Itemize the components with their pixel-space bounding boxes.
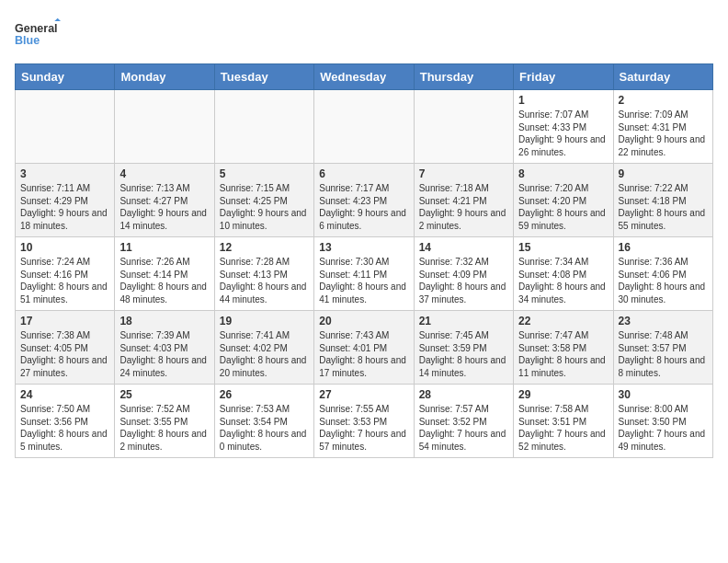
cell-info: Sunrise: 7:39 AM Sunset: 4:03 PM Dayligh… [119,329,209,379]
cell-info: Sunrise: 7:11 AM Sunset: 4:29 PM Dayligh… [20,182,109,232]
calendar-table: SundayMondayTuesdayWednesdayThursdayFrid… [15,63,713,458]
day-number: 23 [619,315,708,327]
cell-info: Sunrise: 7:45 AM Sunset: 3:59 PM Dayligh… [419,329,508,379]
day-header-tuesday: Tuesday [214,64,313,90]
cell-info: Sunrise: 7:09 AM Sunset: 4:31 PM Dayligh… [619,109,708,158]
logo-svg: General Blue [15,15,61,56]
calendar-cell: 1Sunrise: 7:07 AM Sunset: 4:33 PM Daylig… [514,90,613,164]
day-number: 21 [419,315,508,327]
day-number: 18 [119,315,209,327]
cell-info: Sunrise: 7:47 AM Sunset: 3:58 PM Dayligh… [518,329,608,379]
calendar-cell: 3Sunrise: 7:11 AM Sunset: 4:29 PM Daylig… [16,164,115,237]
cell-info: Sunrise: 7:22 AM Sunset: 4:18 PM Dayligh… [619,182,708,232]
calendar-cell: 13Sunrise: 7:30 AM Sunset: 4:11 PM Dayli… [314,237,414,311]
cell-info: Sunrise: 7:55 AM Sunset: 3:53 PM Dayligh… [319,403,408,453]
day-number: 19 [220,315,309,327]
calendar-cell: 2Sunrise: 7:09 AM Sunset: 4:31 PM Daylig… [613,90,712,164]
day-number: 12 [220,241,309,254]
day-number: 27 [319,388,408,401]
calendar-cell [414,90,513,164]
cell-info: Sunrise: 7:28 AM Sunset: 4:13 PM Dayligh… [220,256,309,305]
calendar-cell: 21Sunrise: 7:45 AM Sunset: 3:59 PM Dayli… [414,311,513,385]
cell-info: Sunrise: 7:41 AM Sunset: 4:02 PM Dayligh… [220,329,309,379]
day-number: 17 [20,315,109,327]
day-number: 1 [518,94,608,107]
day-header-thursday: Thursday [414,64,513,90]
calendar-cell: 17Sunrise: 7:38 AM Sunset: 4:05 PM Dayli… [16,311,115,385]
calendar-cell: 12Sunrise: 7:28 AM Sunset: 4:13 PM Dayli… [214,237,313,311]
day-number: 10 [20,241,109,254]
calendar-cell: 6Sunrise: 7:17 AM Sunset: 4:23 PM Daylig… [314,164,414,237]
calendar-cell: 4Sunrise: 7:13 AM Sunset: 4:27 PM Daylig… [115,164,214,237]
day-number: 30 [619,388,708,401]
cell-info: Sunrise: 7:57 AM Sunset: 3:52 PM Dayligh… [419,403,508,453]
calendar-cell: 26Sunrise: 7:53 AM Sunset: 3:54 PM Dayli… [214,385,313,458]
day-number: 28 [419,388,508,401]
cell-info: Sunrise: 7:53 AM Sunset: 3:54 PM Dayligh… [220,403,309,453]
day-header-wednesday: Wednesday [314,64,414,90]
cell-info: Sunrise: 7:34 AM Sunset: 4:08 PM Dayligh… [518,256,608,305]
cell-info: Sunrise: 7:15 AM Sunset: 4:25 PM Dayligh… [220,182,309,232]
calendar-cell: 28Sunrise: 7:57 AM Sunset: 3:52 PM Dayli… [414,385,513,458]
day-number: 13 [319,241,408,254]
calendar-cell: 24Sunrise: 7:50 AM Sunset: 3:56 PM Dayli… [16,385,115,458]
calendar-cell: 27Sunrise: 7:55 AM Sunset: 3:53 PM Dayli… [314,385,414,458]
logo: General Blue [15,15,61,56]
calendar-cell: 19Sunrise: 7:41 AM Sunset: 4:02 PM Dayli… [214,311,313,385]
day-number: 25 [119,388,209,401]
svg-marker-2 [54,18,61,21]
day-number: 24 [20,388,109,401]
calendar-cell: 23Sunrise: 7:48 AM Sunset: 3:57 PM Dayli… [613,311,712,385]
day-number: 5 [220,167,309,180]
calendar-cell: 20Sunrise: 7:43 AM Sunset: 4:01 PM Dayli… [314,311,414,385]
cell-info: Sunrise: 7:24 AM Sunset: 4:16 PM Dayligh… [20,256,109,305]
day-number: 3 [20,167,109,180]
cell-info: Sunrise: 7:48 AM Sunset: 3:57 PM Dayligh… [619,329,708,379]
day-number: 15 [518,241,608,254]
day-number: 2 [619,94,708,107]
calendar-cell: 15Sunrise: 7:34 AM Sunset: 4:08 PM Dayli… [514,237,613,311]
day-number: 20 [319,315,408,327]
day-header-sunday: Sunday [16,64,115,90]
day-number: 16 [619,241,708,254]
calendar-cell: 18Sunrise: 7:39 AM Sunset: 4:03 PM Dayli… [115,311,214,385]
cell-info: Sunrise: 7:18 AM Sunset: 4:21 PM Dayligh… [419,182,508,232]
calendar-cell: 16Sunrise: 7:36 AM Sunset: 4:06 PM Dayli… [613,237,712,311]
cell-info: Sunrise: 7:50 AM Sunset: 3:56 PM Dayligh… [20,403,109,453]
cell-info: Sunrise: 7:43 AM Sunset: 4:01 PM Dayligh… [319,329,408,379]
calendar-cell: 30Sunrise: 8:00 AM Sunset: 3:50 PM Dayli… [613,385,712,458]
cell-info: Sunrise: 7:52 AM Sunset: 3:55 PM Dayligh… [119,403,209,453]
calendar-cell: 25Sunrise: 7:52 AM Sunset: 3:55 PM Dayli… [115,385,214,458]
calendar-cell: 14Sunrise: 7:32 AM Sunset: 4:09 PM Dayli… [414,237,513,311]
calendar-cell [314,90,414,164]
svg-text:General: General [15,22,58,35]
calendar-cell: 7Sunrise: 7:18 AM Sunset: 4:21 PM Daylig… [414,164,513,237]
day-header-friday: Friday [514,64,613,90]
day-number: 8 [518,167,608,180]
calendar-cell: 9Sunrise: 7:22 AM Sunset: 4:18 PM Daylig… [613,164,712,237]
day-number: 26 [220,388,309,401]
calendar-cell [214,90,313,164]
cell-info: Sunrise: 7:17 AM Sunset: 4:23 PM Dayligh… [319,182,408,232]
calendar-cell [115,90,214,164]
day-header-monday: Monday [115,64,214,90]
day-number: 7 [419,167,508,180]
day-number: 9 [619,167,708,180]
cell-info: Sunrise: 7:26 AM Sunset: 4:14 PM Dayligh… [119,256,209,305]
cell-info: Sunrise: 8:00 AM Sunset: 3:50 PM Dayligh… [619,403,708,453]
day-number: 29 [518,388,608,401]
calendar-cell: 8Sunrise: 7:20 AM Sunset: 4:20 PM Daylig… [514,164,613,237]
page-header: General Blue [15,15,713,56]
cell-info: Sunrise: 7:58 AM Sunset: 3:51 PM Dayligh… [518,403,608,453]
day-number: 11 [119,241,209,254]
svg-text:Blue: Blue [15,34,40,47]
calendar-cell: 22Sunrise: 7:47 AM Sunset: 3:58 PM Dayli… [514,311,613,385]
cell-info: Sunrise: 7:36 AM Sunset: 4:06 PM Dayligh… [619,256,708,305]
calendar-cell: 5Sunrise: 7:15 AM Sunset: 4:25 PM Daylig… [214,164,313,237]
cell-info: Sunrise: 7:07 AM Sunset: 4:33 PM Dayligh… [518,109,608,158]
cell-info: Sunrise: 7:13 AM Sunset: 4:27 PM Dayligh… [119,182,209,232]
day-header-saturday: Saturday [613,64,712,90]
calendar-cell: 29Sunrise: 7:58 AM Sunset: 3:51 PM Dayli… [514,385,613,458]
day-number: 4 [119,167,209,180]
calendar-cell: 10Sunrise: 7:24 AM Sunset: 4:16 PM Dayli… [16,237,115,311]
